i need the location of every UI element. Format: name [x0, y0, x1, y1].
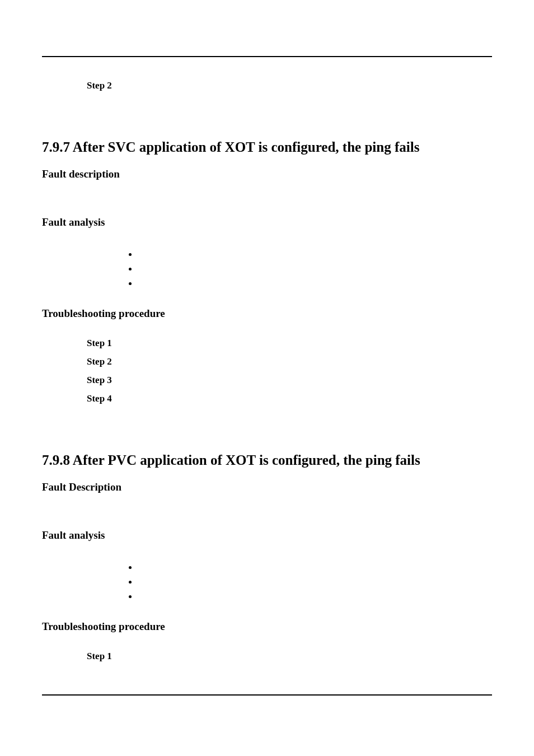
top-rule — [42, 56, 492, 57]
bullet-item — [138, 590, 492, 604]
step-1-797: Step 1 — [87, 338, 492, 349]
step-3-797: Step 3 — [87, 375, 492, 386]
fault-analysis-hdr-798: Fault analysis — [42, 529, 492, 542]
steps-797: Step 1 Step 2 Step 3 Step 4 — [42, 338, 492, 404]
page-body: Step 2 7.9.7 After SVC application of XO… — [42, 64, 492, 669]
bullet-item — [138, 248, 492, 262]
bullet-item — [138, 262, 492, 277]
section-798-title: 7.9.8 After PVC application of XOT is co… — [42, 452, 492, 469]
troubleshoot-hdr-797: Troubleshooting procedure — [42, 307, 492, 320]
troubleshoot-hdr-798: Troubleshooting procedure — [42, 620, 492, 633]
steps-798: Step 1 — [42, 651, 492, 662]
bottom-rule — [42, 694, 492, 696]
fault-description-hdr-797: Fault description — [42, 168, 492, 180]
step-1-798: Step 1 — [87, 651, 492, 662]
bullet-item — [138, 561, 492, 575]
bullet-list-798 — [138, 561, 492, 605]
fault-description-hdr-798: Fault Description — [42, 481, 492, 493]
step-continuation: Step 2 — [87, 80, 492, 91]
bullet-item — [138, 277, 492, 291]
step-2-797: Step 2 — [87, 356, 492, 367]
step-4-797: Step 4 — [87, 393, 492, 404]
bullet-list-797 — [138, 248, 492, 292]
section-797-title: 7.9.7 After SVC application of XOT is co… — [42, 139, 492, 156]
fault-analysis-hdr-797: Fault analysis — [42, 216, 492, 228]
bullet-item — [138, 575, 492, 590]
